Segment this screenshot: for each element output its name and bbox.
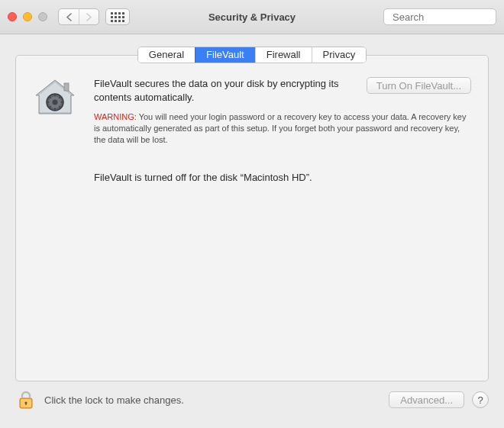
svg-rect-19: [25, 403, 26, 405]
advanced-button[interactable]: Advanced...: [389, 391, 464, 408]
titlebar: Security & Privacy: [0, 0, 504, 34]
filevault-description: FileVault secures the data on your disk …: [94, 77, 360, 104]
search-input[interactable]: [393, 11, 504, 23]
show-all-button[interactable]: [105, 8, 130, 25]
svg-rect-4: [64, 83, 69, 91]
warning-text: You will need your login password or a r…: [94, 112, 466, 144]
tab-firewall[interactable]: Firewall: [255, 47, 312, 63]
help-button[interactable]: ?: [472, 391, 489, 408]
minimize-window-button[interactable]: [23, 12, 32, 21]
turn-on-filevault-button[interactable]: Turn On FileVault...: [367, 77, 471, 94]
filevault-warning: WARNING: You will need your login passwo…: [94, 111, 471, 146]
tab-privacy[interactable]: Privacy: [312, 47, 367, 63]
lock-button[interactable]: [15, 389, 37, 410]
svg-point-7: [53, 100, 58, 105]
filevault-status: FileVault is turned off for the disk “Ma…: [94, 172, 471, 183]
traffic-lights: [8, 12, 47, 21]
chevron-right-icon: [86, 13, 92, 21]
forward-button[interactable]: [79, 9, 99, 24]
maximize-window-button[interactable]: [38, 12, 47, 21]
close-window-button[interactable]: [8, 12, 17, 21]
lock-icon: [16, 390, 36, 410]
chevron-left-icon: [66, 13, 73, 21]
nav-back-forward: [58, 8, 99, 25]
lock-hint-text: Click the lock to make changes.: [44, 394, 184, 406]
main-panel: FileVault secures the data on your disk …: [15, 55, 489, 381]
filevault-icon: [33, 77, 77, 121]
grid-icon: [111, 12, 124, 22]
warning-label: WARNING:: [94, 112, 137, 121]
tab-general[interactable]: General: [138, 47, 195, 63]
tab-filevault[interactable]: FileVault: [195, 47, 255, 63]
search-field[interactable]: [383, 8, 496, 25]
footer: Click the lock to make changes. Advanced…: [0, 381, 504, 418]
back-button[interactable]: [59, 9, 79, 24]
